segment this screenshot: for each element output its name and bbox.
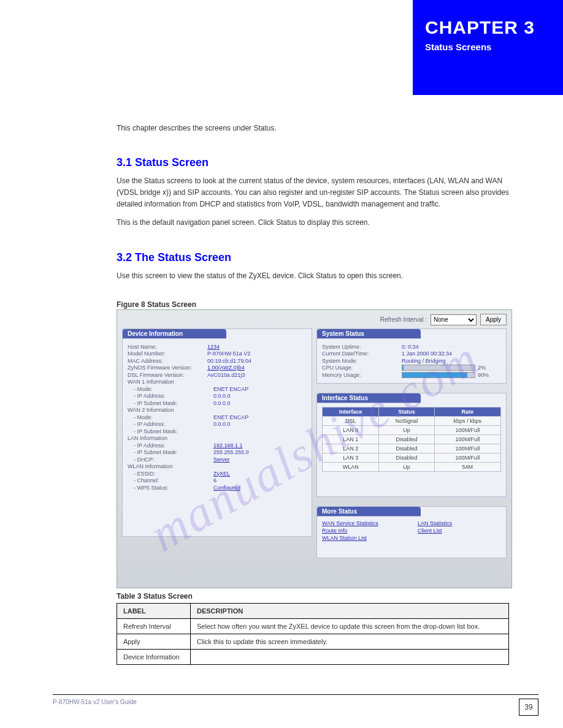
interface-status-panel: Interface Status Interface Status Rate D…: [316, 393, 507, 497]
status-screenshot: manualshive.com Refresh Interval : None …: [117, 309, 512, 588]
table-row: LAN 3Disabled100M/Full: [323, 453, 501, 463]
row-host-name: Host Name:1234: [128, 344, 307, 350]
chapter-number: CHAPTER 3: [425, 17, 552, 38]
firmware-link[interactable]: 1.00(AWZ.0)b4: [207, 365, 245, 371]
table-row: Device Information: [117, 650, 509, 665]
guide-title: P-870HW-51a v2 User's Guide: [53, 699, 137, 716]
page-footer: P-870HW-51a v2 User's Guide 39: [53, 694, 538, 716]
wan1-header: WAN 1 Information: [128, 379, 307, 385]
interface-table: Interface Status Rate DSLNoSignalkbps / …: [322, 407, 501, 472]
panel-title: Device Information: [123, 329, 226, 339]
refresh-interval-select[interactable]: None: [431, 314, 477, 325]
th-label: LABEL: [117, 604, 191, 619]
lan-header: LAN Information: [128, 435, 307, 441]
wan2-header: WAN 2 Information: [128, 407, 307, 413]
cpu-bar: [402, 365, 475, 371]
table-row: Apply Click this to update this screen i…: [117, 634, 509, 650]
page-number: 39: [519, 699, 538, 716]
dhcp-link[interactable]: Server: [213, 457, 230, 463]
refresh-bar: Refresh Interval : None Apply: [380, 314, 507, 325]
section-heading: 3.1 Status Screen: [117, 156, 509, 169]
table-row: WLANUp54M: [323, 463, 501, 472]
refresh-label: Refresh Interval :: [380, 316, 427, 323]
wlan-station-link[interactable]: WLAN Station List: [322, 535, 405, 541]
figure-caption: Figure 8 Status Screen: [117, 300, 509, 309]
cpu-usage: CPU Usage: 2%: [322, 365, 501, 371]
wlan-header: WLAN Information: [128, 463, 307, 469]
mem-pct: 90%: [478, 372, 489, 378]
apply-button[interactable]: Apply: [480, 314, 507, 325]
section-3-2: 3.2 The Status Screen Use this screen to…: [117, 251, 509, 282]
lan-ip-link[interactable]: 192.168.1.1: [213, 442, 243, 449]
wps-link[interactable]: Configured: [213, 485, 240, 491]
panel-title: System Status: [317, 329, 421, 339]
section-heading: 3.2 The Status Screen: [117, 251, 509, 264]
lan-stats-link[interactable]: LAN Statistics: [418, 520, 501, 526]
table-row: Refresh Interval Select how often you wa…: [117, 619, 509, 634]
section-3-1: 3.1 Status Screen Use the Status screens…: [117, 156, 509, 235]
mem-bar: [402, 372, 475, 378]
essid-link[interactable]: ZyXEL: [213, 471, 230, 477]
wan-stats-link[interactable]: WAN Service Statistics: [322, 520, 405, 526]
host-name-link[interactable]: 1234: [207, 344, 220, 350]
row-fw: ZyNOS Firmware Version:1.00(AWZ.0)b4: [128, 365, 307, 371]
table-row: DSLNoSignalkbps / kbps: [323, 417, 501, 426]
row-mac: MAC Address:00:19:cb:d1:79:04: [128, 358, 307, 364]
chapter-banner: CHAPTER 3 Status Screens: [413, 0, 563, 95]
panel-title: More Status: [317, 507, 421, 517]
section-paragraph: Use this screen to view the status of th…: [117, 270, 509, 282]
section-paragraph: Use the Status screens to look at the cu…: [117, 175, 509, 211]
route-info-link[interactable]: Route Info: [322, 528, 405, 534]
cpu-pct: 2%: [478, 365, 486, 371]
system-status-panel: System Status System Uptime:0: 0:34 Curr…: [316, 328, 507, 384]
chapter-title: Status Screens: [425, 42, 552, 52]
device-information-panel: Device Information Host Name:1234 Model …: [122, 328, 312, 537]
more-status-panel: More Status WAN Service Statistics LAN S…: [316, 506, 507, 558]
description-table: LABEL DESCRIPTION Refresh Interval Selec…: [117, 603, 509, 665]
table-caption: Table 3 Status Screen: [117, 592, 193, 601]
table-row: LAN 1Disabled100M/Full: [323, 435, 501, 444]
row-dslfw: DSL Firmware Version:AvC010a.d21j3: [128, 372, 307, 378]
table-row: LAN 0Up100M/Full: [323, 426, 501, 435]
section-paragraph: This is the default navigation panel scr…: [117, 217, 509, 229]
chapter-intro: This chapter describes the screens under…: [117, 123, 509, 134]
panel-title: Interface Status: [317, 393, 421, 403]
memory-usage: Memory Usage: 90%: [322, 372, 501, 378]
th-desc: DESCRIPTION: [191, 604, 509, 619]
row-model: Model Number:P-870HW-51a V2: [128, 351, 307, 357]
table-row: LAN 2Disabled100M/Full: [323, 444, 501, 453]
client-list-link[interactable]: Client List: [418, 528, 501, 534]
